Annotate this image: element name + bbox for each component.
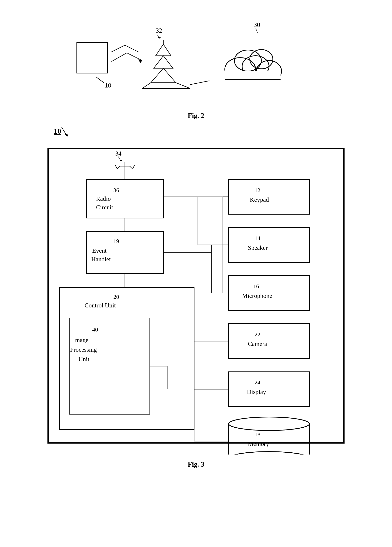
svg-rect-0 (77, 42, 108, 73)
svg-text:18: 18 (255, 431, 260, 438)
fig3-caption: Fig. 3 (15, 460, 377, 468)
svg-text:22: 22 (255, 331, 260, 337)
svg-marker-34 (120, 160, 122, 161)
svg-rect-69 (229, 324, 309, 358)
svg-rect-31 (48, 149, 344, 443)
svg-text:Handler: Handler (91, 256, 111, 263)
svg-line-17 (176, 83, 190, 89)
svg-point-76 (229, 417, 309, 431)
svg-text:12: 12 (255, 187, 260, 193)
svg-rect-55 (69, 318, 150, 414)
svg-text:Microphone: Microphone (242, 292, 272, 299)
svg-text:Camera: Camera (248, 340, 267, 347)
svg-text:Unit: Unit (78, 356, 89, 362)
svg-text:34: 34 (115, 150, 122, 157)
svg-line-19 (190, 81, 210, 85)
svg-text:40: 40 (92, 326, 98, 333)
svg-text:19: 19 (113, 238, 119, 244)
svg-line-37 (117, 166, 120, 169)
svg-text:Processing: Processing (70, 346, 97, 353)
svg-text:Image: Image (73, 336, 88, 343)
svg-text:24: 24 (255, 379, 260, 385)
svg-text:20: 20 (113, 294, 119, 300)
svg-line-4 (125, 45, 138, 52)
fig3-diagram: 34 36 Radio Circuit 19 (15, 137, 377, 455)
svg-marker-10 (158, 37, 161, 38)
svg-line-5 (111, 53, 127, 62)
svg-line-16 (142, 83, 151, 89)
svg-marker-15 (151, 68, 176, 83)
svg-text:Display: Display (247, 388, 266, 395)
svg-rect-72 (229, 372, 309, 406)
svg-text:32: 32 (156, 27, 162, 34)
svg-text:16: 16 (253, 283, 259, 289)
svg-rect-63 (229, 228, 309, 262)
svg-text:14: 14 (255, 235, 260, 241)
svg-text:30: 30 (254, 21, 260, 28)
svg-line-3 (111, 45, 125, 52)
svg-line-21 (256, 28, 257, 33)
svg-marker-13 (156, 44, 171, 56)
page: 10 32 (0, 0, 392, 547)
svg-text:Event: Event (92, 247, 107, 254)
svg-line-38 (115, 165, 117, 169)
svg-text:36: 36 (113, 187, 119, 193)
svg-text:Radio: Radio (96, 195, 111, 202)
svg-text:10: 10 (105, 82, 111, 89)
svg-line-6 (127, 53, 142, 61)
svg-marker-14 (154, 56, 173, 68)
fig2-caption: Fig. 2 (15, 111, 377, 120)
svg-line-1 (96, 77, 104, 83)
svg-point-77 (229, 452, 309, 455)
svg-text:Memory: Memory (248, 440, 269, 447)
fig2-diagram: 10 32 (15, 12, 377, 111)
svg-text:Control Unit: Control Unit (85, 302, 116, 309)
svg-marker-30 (65, 134, 68, 137)
fig2-area: 10 32 (15, 12, 377, 123)
svg-text:Circuit: Circuit (96, 204, 113, 211)
svg-line-40 (133, 165, 135, 169)
svg-rect-60 (229, 180, 309, 214)
svg-line-39 (130, 166, 133, 169)
svg-text:Keypad: Keypad (250, 196, 269, 203)
fig3-area: 34 36 Radio Circuit 19 (15, 137, 377, 468)
svg-text:Speaker: Speaker (248, 244, 268, 251)
svg-rect-27 (225, 71, 281, 87)
